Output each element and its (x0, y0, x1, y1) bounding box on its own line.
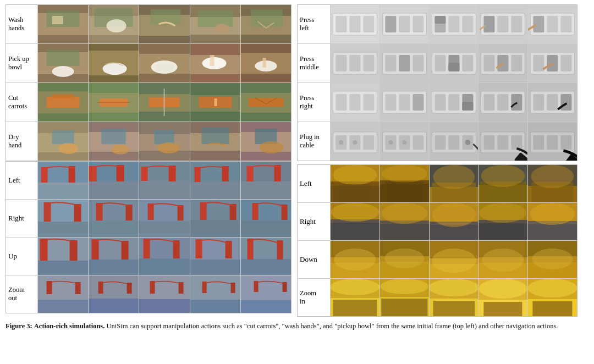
wash-img-2 (89, 5, 139, 43)
press-right-img-5 (528, 83, 577, 122)
dry-hand-images (38, 122, 291, 161)
figure-caption-text: UniSim can support manipulation actions … (105, 322, 558, 330)
pickup-img-4 (190, 44, 241, 82)
bridge-row-up: Up (6, 238, 291, 275)
svg-rect-158 (363, 16, 374, 32)
press-right-img-3 (430, 83, 479, 122)
label-press-left: Press left (298, 5, 331, 43)
svg-rect-119 (89, 260, 139, 275)
label-dry-hand: Dry hand (6, 122, 38, 161)
svg-rect-128 (195, 239, 202, 258)
svg-rect-107 (190, 220, 240, 237)
svg-rect-40 (52, 94, 74, 98)
svg-rect-210 (363, 94, 374, 111)
figure-title: Action-rich simulations. (34, 322, 105, 330)
svg-point-28 (155, 63, 174, 71)
kitchen-row-dry: Dry hand (6, 122, 291, 161)
bridge-zoomout-images (38, 275, 291, 313)
bridge-right-images (38, 200, 291, 237)
svg-rect-77 (38, 183, 88, 185)
svg-point-72 (259, 141, 283, 153)
bridge-left-img-4 (190, 162, 241, 199)
cath-right-img-5 (528, 203, 577, 240)
cath-right-img-4 (479, 203, 528, 240)
svg-rect-123 (139, 258, 189, 275)
cut-img-4 (190, 83, 241, 122)
cut-img-3 (139, 83, 190, 122)
label-press-middle: Press middle (298, 44, 331, 82)
switch-row-press-middle: Press middle (298, 44, 577, 83)
svg-rect-300 (479, 220, 527, 240)
svg-rect-83 (139, 181, 189, 199)
cut-img-1 (38, 83, 89, 122)
svg-rect-189 (413, 55, 424, 71)
bridge-up-img-1 (38, 238, 89, 275)
figure-caption: Figure 3: Action-rich simulations. UniSi… (6, 321, 588, 331)
svg-point-251 (465, 140, 470, 145)
kitchen-row-wash: Wash hands (6, 5, 291, 44)
svg-rect-13 (197, 10, 233, 27)
plug-img-3 (430, 122, 479, 161)
grids-row: Wash hands (6, 4, 588, 317)
bridge-row-left: Left (6, 162, 291, 200)
pickup-img-2 (89, 44, 139, 82)
cath-down-img-1 (331, 241, 380, 278)
press-left-img-1 (331, 5, 380, 43)
label-bridge-up: Up (6, 238, 38, 275)
svg-rect-36 (262, 58, 266, 68)
svg-rect-213 (385, 94, 396, 111)
cath-right-img-2 (380, 203, 430, 240)
svg-rect-179 (561, 16, 572, 32)
cath-left-img-3 (430, 165, 479, 202)
svg-point-325 (532, 249, 573, 269)
svg-rect-97 (74, 204, 81, 222)
svg-point-333 (380, 279, 428, 294)
cut-img-2 (89, 83, 139, 122)
dry-img-2 (89, 122, 139, 161)
svg-rect-108 (200, 202, 206, 220)
svg-point-309 (334, 249, 376, 271)
svg-point-21 (52, 66, 74, 77)
press-left-images (331, 5, 577, 43)
svg-rect-156 (336, 16, 346, 32)
press-middle-img-4 (479, 44, 528, 82)
figure-label: Figure 3: (6, 322, 32, 330)
svg-rect-328 (333, 300, 377, 316)
bridge-left-img-3 (139, 162, 190, 199)
cut-img-5 (241, 83, 291, 122)
svg-point-289 (331, 203, 379, 222)
svg-point-244 (388, 140, 393, 145)
svg-point-7 (107, 19, 127, 32)
label-bridge-zoomout: Zoom out (6, 275, 38, 313)
cathedral-row-left: Left (298, 165, 577, 203)
label-plug-cable: Plug in cable (298, 122, 331, 161)
bridge-zoomout-img-1 (38, 275, 89, 313)
cath-zoomin-img-5 (528, 279, 577, 316)
svg-rect-225 (498, 94, 509, 111)
label-bridge-left: Left (6, 162, 38, 199)
cathedral-left-images (331, 165, 577, 202)
cath-left-img-5 (528, 165, 577, 202)
svg-rect-139 (89, 299, 139, 313)
svg-rect-195 (462, 55, 473, 71)
svg-rect-74 (38, 183, 88, 199)
svg-point-329 (331, 279, 380, 295)
label-cut-carrots: Cut carrots (6, 83, 38, 122)
svg-rect-198 (484, 55, 495, 71)
svg-rect-221 (462, 102, 473, 111)
svg-rect-344 (533, 301, 573, 316)
label-bridge-right: Right (6, 200, 38, 237)
bridge-zoomout-img-4 (190, 275, 241, 313)
press-left-img-4 (479, 5, 528, 43)
svg-rect-209 (349, 94, 360, 111)
svg-rect-288 (331, 219, 380, 240)
cath-left-img-1 (331, 165, 380, 202)
cath-down-img-2 (380, 241, 430, 278)
svg-rect-116 (40, 239, 48, 261)
cath-right-img-3 (430, 203, 479, 240)
switch-grid: Press left (297, 4, 578, 161)
svg-rect-268 (338, 184, 371, 202)
left-panel: Wash hands (6, 4, 292, 317)
cath-down-img-4 (479, 241, 528, 278)
svg-rect-103 (139, 221, 189, 237)
